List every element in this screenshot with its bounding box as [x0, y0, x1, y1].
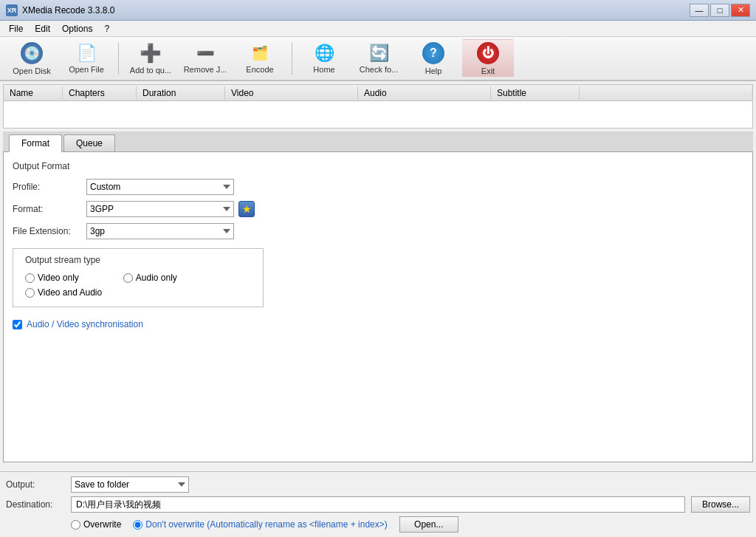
file-list: Name Chapters Duration Video Audio Subti…: [3, 84, 753, 129]
open-disk-button[interactable]: 💿 Open Disk: [6, 39, 58, 78]
destination-input[interactable]: [71, 496, 685, 513]
tab-queue[interactable]: Queue: [63, 134, 115, 151]
toolbar-separator-2: [292, 42, 292, 75]
exit-button[interactable]: ⏻ Exit: [462, 39, 514, 78]
stream-row-2: Video and Audio: [25, 287, 251, 298]
add-queue-button[interactable]: ➕ Add to qu...: [125, 39, 176, 78]
dont-overwrite-radio[interactable]: [133, 520, 142, 530]
av-sync-checkbox[interactable]: [13, 320, 22, 329]
destination-row: Destination: Browse...: [6, 496, 750, 513]
home-icon: 🌐: [312, 43, 336, 63]
video-only-option: Video only: [25, 273, 79, 283]
home-button[interactable]: 🌐 Home: [298, 39, 350, 78]
help-icon: ?: [422, 42, 445, 64]
av-sync-label: Audio / Video synchronisation: [27, 319, 143, 329]
encode-button[interactable]: 🗂️ Encode: [234, 39, 286, 78]
check-update-button[interactable]: 🔄 Check fo...: [353, 39, 405, 78]
open-button[interactable]: Open...: [399, 516, 458, 533]
open-file-button[interactable]: 📄 Open File: [61, 39, 112, 78]
stream-type-box: Output stream type Video only Audio only: [13, 248, 264, 307]
overwrite-radio[interactable]: [71, 520, 80, 530]
menu-help[interactable]: ?: [98, 22, 115, 35]
title-bar: XR XMedia Recode 3.3.8.0 — □ ✕: [0, 0, 756, 21]
tab-format[interactable]: Format: [9, 134, 62, 152]
output-format-label: Output Format: [13, 161, 743, 171]
tab-content-format: Output Format Profile: Custom Format: 3G…: [3, 152, 753, 462]
check-update-icon: 🔄: [367, 43, 391, 63]
remove-label: Remove J...: [184, 65, 227, 74]
video-only-radio[interactable]: [25, 273, 35, 283]
menu-file[interactable]: File: [3, 22, 29, 35]
menu-edit[interactable]: Edit: [29, 22, 56, 35]
home-label: Home: [313, 65, 334, 74]
stream-type-options: Video only Audio only Video and Audio: [25, 273, 251, 298]
menu-options[interactable]: Options: [56, 22, 98, 35]
output-row: Output: Save to folder: [6, 476, 750, 493]
tab-bar: Format Queue: [3, 131, 753, 152]
file-ext-control: 3gp: [86, 223, 234, 239]
check-update-label: Check fo...: [360, 65, 399, 74]
video-audio-radio[interactable]: [25, 288, 35, 298]
video-audio-option: Video and Audio: [25, 287, 102, 298]
output-label: Output:: [6, 479, 65, 490]
bottom-bar: Output: Save to folder Destination: Brow…: [0, 471, 756, 537]
middle-section: Format Queue Output Format Profile: Cust…: [0, 131, 756, 471]
col-video: Video: [225, 86, 358, 100]
output-select[interactable]: Save to folder: [71, 476, 189, 493]
col-subtitle: Subtitle: [491, 86, 580, 100]
open-disk-icon: 💿: [20, 42, 44, 64]
overwrite-label: Overwrite: [83, 519, 121, 530]
video-only-label: Video only: [38, 273, 79, 283]
app-icon: XR: [6, 4, 18, 16]
maximize-button[interactable]: □: [710, 4, 729, 17]
dont-overwrite-option: Don't overwrite (Automatically rename as…: [133, 519, 387, 530]
destination-label: Destination:: [6, 499, 65, 510]
format-control: 3GPP ★: [86, 201, 255, 217]
app-title: XMedia Recode 3.3.8.0: [22, 5, 690, 16]
file-list-body: [4, 101, 752, 128]
profile-select[interactable]: Custom: [86, 179, 234, 195]
close-button[interactable]: ✕: [731, 4, 750, 17]
minimize-button[interactable]: —: [690, 4, 709, 17]
overwrite-row: Overwrite Don't overwrite (Automatically…: [6, 516, 750, 533]
format-select[interactable]: 3GPP: [86, 201, 234, 217]
file-list-header: Name Chapters Duration Video Audio Subti…: [4, 85, 752, 101]
file-ext-row: File Extension: 3gp: [13, 223, 743, 239]
audio-only-option: Audio only: [123, 273, 177, 283]
favorite-button[interactable]: ★: [238, 201, 255, 217]
overwrite-option: Overwrite: [71, 519, 121, 530]
sync-row: Audio / Video synchronisation: [13, 319, 743, 329]
format-row: Format: 3GPP ★: [13, 201, 743, 217]
file-ext-select[interactable]: 3gp: [86, 223, 234, 239]
remove-icon: ➖: [193, 43, 217, 63]
col-duration: Duration: [137, 86, 225, 100]
col-extra: [580, 92, 752, 95]
toolbar-separator-1: [118, 42, 119, 75]
encode-icon: 🗂️: [248, 43, 272, 63]
audio-only-label: Audio only: [136, 273, 177, 283]
help-button[interactable]: ? Help: [408, 39, 459, 78]
profile-control: Custom: [86, 179, 234, 195]
exit-icon: ⏻: [476, 42, 500, 64]
profile-row: Profile: Custom: [13, 179, 743, 195]
add-queue-label: Add to qu...: [130, 66, 171, 75]
toolbar: 💿 Open Disk 📄 Open File ➕ Add to qu... ➖…: [0, 37, 756, 81]
open-file-icon: 📄: [75, 43, 98, 63]
open-file-label: Open File: [69, 65, 104, 74]
window-controls: — □ ✕: [690, 4, 750, 17]
remove-button[interactable]: ➖ Remove J...: [179, 39, 231, 78]
stream-type-label: Output stream type: [25, 255, 251, 265]
help-label: Help: [425, 66, 442, 75]
audio-only-radio[interactable]: [123, 273, 133, 283]
browse-button[interactable]: Browse...: [691, 496, 750, 513]
profile-label: Profile:: [13, 182, 86, 192]
dont-overwrite-label: Don't overwrite (Automatically rename as…: [145, 519, 387, 530]
add-queue-icon: ➕: [139, 43, 162, 64]
open-disk-label: Open Disk: [13, 66, 50, 75]
stream-row-1: Video only Audio only: [25, 273, 251, 283]
col-chapters: Chapters: [63, 86, 137, 100]
video-audio-label: Video and Audio: [38, 287, 102, 298]
file-ext-label: File Extension:: [13, 226, 86, 236]
menu-bar: File Edit Options ?: [0, 21, 756, 37]
format-label: Format:: [13, 204, 86, 214]
